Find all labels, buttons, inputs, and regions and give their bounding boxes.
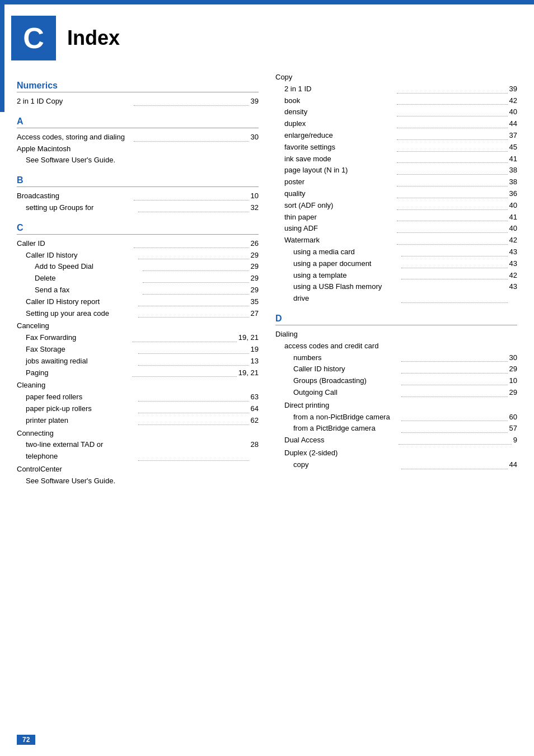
section-numerics: Numerics [17, 81, 259, 92]
left-accent-bar [0, 0, 4, 112]
list-item: See Software User's Guide. [17, 475, 259, 487]
section-d: D [275, 314, 517, 325]
list-item: Access codes, storing and dialing 30 [17, 132, 259, 143]
list-item: Paging 19, 21 [17, 367, 259, 379]
list-item: See Software User's Guide. [17, 155, 259, 166]
list-item: 2 in 1 ID Copy 39 [17, 96, 259, 108]
page-number-box: 72 [17, 735, 35, 745]
section-b: B [17, 175, 259, 187]
list-item: Setting up your area code 27 [17, 308, 259, 320]
main-content: Numerics 2 in 1 ID Copy 39 A Access code… [0, 72, 534, 504]
list-item: ControlCenter [17, 464, 259, 475]
list-item: Dual Access 9 [275, 435, 517, 446]
chapter-letter-box: C [11, 16, 56, 60]
list-item: printer platen 62 [17, 415, 259, 427]
section-a: A [17, 116, 259, 128]
list-item: two-line external TAD or telephone 28 [17, 439, 259, 463]
chapter-title: Index [67, 26, 120, 50]
page-header: C Index [0, 4, 534, 72]
top-accent-bar [0, 0, 534, 4]
list-item: Dialing [275, 329, 517, 340]
copy-section: Copy 2 in 1 ID 39 book 42 density 40 dup… [275, 72, 517, 305]
list-item: copy 44 [275, 459, 517, 471]
list-item: using a USB Flash memory drive 43 [275, 281, 517, 305]
left-column: Numerics 2 in 1 ID Copy 39 A Access code… [17, 72, 259, 487]
section-c: C [17, 223, 259, 235]
list-item: Outgoing Call 29 [275, 387, 517, 399]
d-section: D Dialing access codes and credit card n… [275, 314, 517, 471]
page-footer: 72 [0, 735, 534, 745]
list-item: Apple Macintosh [17, 143, 259, 155]
right-column: Copy 2 in 1 ID 39 book 42 density 40 dup… [275, 72, 517, 487]
list-item: setting up Groups for 32 [17, 202, 259, 214]
